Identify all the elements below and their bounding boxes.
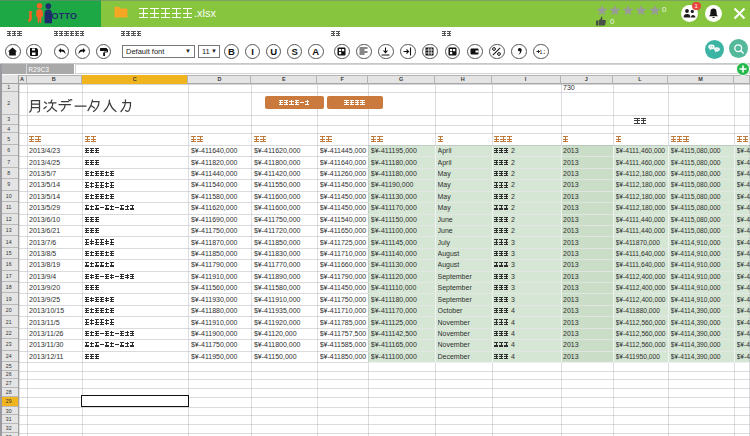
svg-text:OTTO: OTTO — [52, 11, 78, 21]
svg-text:1.2: 1.2 — [540, 49, 545, 55]
